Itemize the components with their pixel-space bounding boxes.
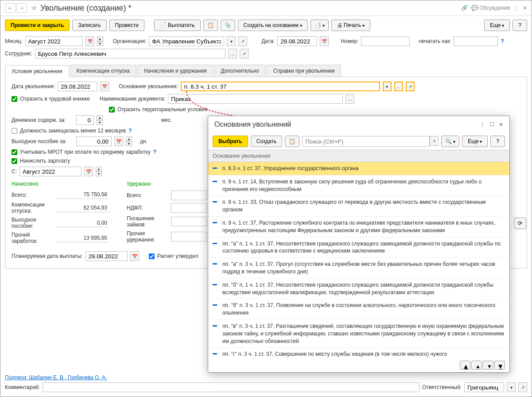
forward-button[interactable]: → [16,3,27,13]
tab-conditions[interactable]: Условия увольнения [5,65,69,77]
dismissal-date-calendar-icon[interactable]: 📅 [100,82,109,91]
severance-up[interactable]: ▲ [126,136,132,141]
responsible-input[interactable] [464,382,504,392]
other-withhold-input[interactable] [171,232,206,241]
popup-nav-up-icon[interactable]: ▲ [471,361,482,370]
approved-checkbox[interactable] [149,253,155,259]
from-up[interactable]: ▲ [96,167,102,171]
popup-item[interactable]: ▬пп. "б" п. 3 ч. 1 ст. 37, Появление на … [208,299,509,320]
mrot-help-icon[interactable]: ? [153,149,156,155]
month-up[interactable]: ▲ [97,36,103,41]
money-up[interactable]: ▲ [97,115,103,120]
popup-search-input[interactable] [302,136,430,147]
month-input[interactable] [25,36,83,46]
severance-input[interactable] [76,136,112,146]
help-button[interactable]: ? [513,19,527,31]
discuss-icon[interactable]: 💬 Обсуждение [471,5,510,11]
employee-input[interactable] [35,49,225,58]
popup-item[interactable]: ▬пп. "в" п. 3 ч. 1 ст. 37, Разглашение с… [208,320,509,348]
copy-icon-button[interactable]: 📑 [311,19,329,31]
popup-nav-down-icon[interactable]: ▼ [483,361,493,370]
ndfl-input[interactable] [171,203,206,213]
mrot-checkbox[interactable] [12,149,17,155]
calendar-icon[interactable]: 📅 [85,36,94,46]
popup-item[interactable]: ▬п. 9 ч. 1 ст. 33, Отказ гражданского сл… [208,196,509,217]
doc-name-input[interactable] [168,94,343,104]
planned-date-input[interactable] [85,251,128,261]
close-icon[interactable]: ✕ [523,5,527,11]
number-input[interactable] [361,36,410,46]
reason-input[interactable] [181,82,380,91]
loans-input[interactable] [171,217,206,226]
position-help-icon[interactable]: ? [128,128,132,134]
popup-item[interactable]: ▬пп. "г" п. 3 ч. 1 ст. 37, Совершение по… [208,348,509,357]
from-down[interactable]: ▼ [96,171,102,176]
reason-dropdown-icon[interactable]: ▾ [383,82,392,91]
responsible-open-icon[interactable]: ↗ [518,382,527,392]
date-calendar-icon[interactable]: 📅 [320,36,329,46]
from-calendar-icon[interactable]: 📅 [84,167,93,176]
tab-additional[interactable]: Дополнительно [214,65,265,77]
popup-item[interactable]: ▬п. 8.3 ч. 1 ст. 37, Упразднение государ… [208,162,509,175]
popup-nav-last-icon[interactable]: ▼̲ [494,361,505,370]
total-withheld-input[interactable] [171,191,206,200]
refresh-icon-button[interactable]: ⟳ [514,218,526,229]
post-and-close-button[interactable]: Провести и закрыть [5,19,70,31]
favorite-star-icon[interactable]: ★ [31,3,38,13]
signatures-link[interactable]: Подписи: Шабалин Е. В., Горбачева О. А. [5,374,107,381]
popup-copy-icon-button[interactable]: 📋 [285,136,299,147]
tab-vacation-comp[interactable]: Компенсации отпуска [70,65,136,77]
territorial-checkbox[interactable] [109,107,115,113]
severance-calc-icon[interactable]: 📅 [114,136,123,146]
money-down[interactable]: ▼ [97,120,103,125]
popup-search-clear-icon[interactable]: × [430,136,439,146]
responsible-dropdown-icon[interactable]: ▾ [507,382,516,392]
more-button[interactable]: Еще [484,19,510,31]
salary-checkbox[interactable] [12,158,17,164]
reason-select-icon[interactable]: … [394,82,403,91]
from-input[interactable] [19,167,82,176]
popup-maximize-icon[interactable]: ☐ [489,121,494,128]
popup-menu-icon[interactable]: ⋮ [480,121,485,128]
post-button[interactable]: Провести [109,19,144,31]
popup-item[interactable]: ▬п. 9 ч. 1 ст. 14, Вступление в законную… [208,175,509,196]
popup-close-icon[interactable]: ✕ [499,121,503,128]
more-icon[interactable]: ⋮ [514,5,519,11]
org-open-icon[interactable]: ↗ [238,36,247,46]
popup-nav-first-icon[interactable]: ▲̲ [460,361,470,370]
popup-help-button[interactable]: ? [490,136,505,147]
create-based-button[interactable]: Создать на основании [238,19,308,31]
back-button[interactable]: ← [5,3,16,13]
popup-more-button[interactable]: Еще [462,136,488,147]
list-icon-button[interactable]: 📋 [203,19,218,31]
employee-open-icon[interactable]: ↗ [240,49,249,58]
tab-references[interactable]: Справки при увольнении [267,65,342,77]
month-down[interactable]: ▼ [97,41,103,46]
date-input[interactable] [277,36,317,46]
planned-date-calendar-icon[interactable]: 📅 [130,251,139,261]
link-icon[interactable]: 🔗 [461,5,468,11]
pay-button[interactable]: 📄 Выплатить [154,19,201,31]
write-button[interactable]: Записать [72,19,106,31]
tab-accruals[interactable]: Начисления и удержания [137,65,213,77]
money-input[interactable] [76,115,94,125]
print-as-help-icon[interactable]: ? [501,38,504,44]
workbook-checkbox[interactable] [12,96,17,102]
popup-search-icon-button[interactable]: 🔍 [441,136,459,147]
doc-name-select-icon[interactable]: … [346,94,354,104]
popup-create-button[interactable]: Создать [251,136,283,147]
org-select-icon[interactable]: ▾ [227,36,236,46]
print-as-input[interactable] [454,36,498,46]
dismissal-date-input[interactable] [58,82,97,91]
reason-open-icon[interactable]: ↗ [406,82,415,91]
popup-item[interactable]: ▬пп. "б" п. 1 ч. 1 ст. 37, Несоответстви… [208,279,509,300]
popup-item[interactable]: ▬пп. "а" п. 3 ч. 1 ст. 37, Прогул (отсут… [208,258,509,279]
comment-input[interactable] [43,382,419,392]
position-checkbox[interactable] [12,128,17,134]
popup-select-button[interactable]: Выбрать [213,136,248,147]
org-input[interactable] [149,36,224,46]
popup-item[interactable]: ▬п. 9 ч. 1 ст. 37, Расторжение служебног… [208,217,509,237]
attach-icon-button[interactable]: 📎 [221,19,235,31]
popup-item[interactable]: ▬пп. "а" п. 1 ч. 1 ст. 37, Несоответстви… [208,237,509,258]
print-button[interactable]: 🖨 Печать [331,19,370,31]
